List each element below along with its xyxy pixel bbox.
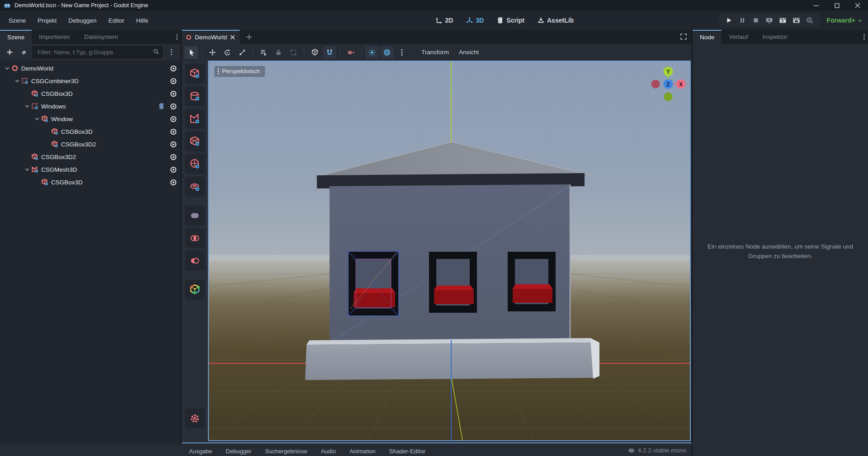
projection-dropdown[interactable]: Perspektivisch: [214, 66, 265, 77]
environment-tool-button[interactable]: [380, 46, 394, 59]
visibility-eye-icon[interactable]: [170, 153, 177, 161]
bottom-tab-suchergebnisse[interactable]: Suchergebnisse: [265, 448, 307, 455]
workspace-3d[interactable]: 3D: [462, 14, 488, 26]
csg-box-button[interactable]: [185, 64, 205, 84]
op-intersect-button[interactable]: [185, 228, 205, 248]
tree-options-icon[interactable]: [165, 47, 177, 58]
visibility-eye-icon[interactable]: [170, 65, 177, 72]
movie-maker-button[interactable]: [804, 15, 816, 26]
bottom-tab-debugger[interactable]: Debugger: [226, 448, 251, 455]
group-tool-button[interactable]: [287, 46, 300, 59]
tree-row-csgbox3d2[interactable]: CSGBox3D2: [0, 150, 181, 163]
left-dock-tab-dateisystem[interactable]: Dateisystem: [77, 30, 125, 44]
play-movie-button[interactable]: [777, 15, 789, 26]
visibility-eye-icon[interactable]: [170, 90, 177, 98]
pause-button[interactable]: [736, 15, 748, 26]
play-custom-scene-button[interactable]: [791, 15, 802, 26]
scene-filter-input[interactable]: [33, 46, 163, 58]
visibility-eye-icon[interactable]: [170, 128, 177, 136]
tree-row-window[interactable]: Window: [0, 113, 181, 125]
instance-scene-button[interactable]: [18, 47, 30, 58]
tree-row-csgbox3d[interactable]: CSGBox3D: [0, 87, 181, 100]
op-subtract-button[interactable]: [185, 251, 205, 271]
visibility-eye-icon[interactable]: [170, 103, 177, 110]
csg-cylinder-button[interactable]: [185, 86, 205, 106]
tree-row-csgcombiner3d[interactable]: CSGCombiner3D: [0, 75, 181, 87]
visibility-eye-icon[interactable]: [170, 166, 177, 174]
script-icon[interactable]: [158, 103, 165, 110]
viewport-menu-transform[interactable]: Transform: [416, 47, 454, 58]
add-node-button[interactable]: [4, 47, 15, 58]
magnet-tool-button[interactable]: [323, 46, 336, 59]
select-tool-button[interactable]: [184, 46, 198, 59]
tree-row-csgbox3d[interactable]: CSGBox3D: [0, 176, 181, 188]
camera-preview-tool-button[interactable]: [344, 46, 358, 59]
more-tool-button[interactable]: [395, 46, 409, 59]
list-select-tool-button[interactable]: [257, 46, 270, 59]
tree-row-windows[interactable]: Windows: [0, 100, 181, 113]
visibility-eye-icon[interactable]: [170, 141, 177, 148]
gizmo-neg-x[interactable]: [651, 80, 660, 89]
chevron-down-icon[interactable]: [5, 66, 10, 71]
right-dock-tab-verlauf[interactable]: Verlauf: [722, 30, 755, 44]
chevron-down-icon[interactable]: [34, 116, 40, 122]
visibility-eye-icon[interactable]: [170, 77, 177, 85]
sun-tool-button[interactable]: [365, 46, 379, 59]
new-scene-tab-button[interactable]: [240, 30, 259, 44]
close-button[interactable]: [847, 0, 868, 11]
bottom-tab-audio[interactable]: Audio: [321, 448, 336, 455]
3d-viewport[interactable]: Y X Z Perspektivisch: [208, 61, 691, 441]
gizmo-neg-y[interactable]: [664, 93, 673, 101]
toolbar-separator: [202, 47, 202, 57]
csg-torus-button[interactable]: [185, 177, 205, 197]
tree-row-csgbox3d[interactable]: CSGBox3D: [0, 125, 181, 138]
menu-editor[interactable]: Editor: [103, 14, 130, 27]
bottom-tab-animation[interactable]: Animation: [349, 448, 376, 455]
remote-debug-button[interactable]: [764, 15, 775, 26]
menu-debuggen[interactable]: Debuggen: [62, 14, 102, 27]
renderer-dropdown[interactable]: Forward+: [827, 17, 863, 24]
tree-row-csgmesh3d[interactable]: CSGMesh3D: [0, 163, 181, 176]
maximize-button[interactable]: [826, 0, 847, 11]
snap-object-tool-button[interactable]: [308, 46, 321, 59]
bottom-tab-shader-editor[interactable]: Shader-Editor: [389, 448, 425, 455]
scale-tool-button[interactable]: [236, 46, 249, 59]
version-label[interactable]: 4.2.2.stable.mono: [638, 447, 686, 454]
gridmap-button[interactable]: [185, 280, 205, 300]
expand-viewport-icon[interactable]: [680, 33, 687, 40]
left-dock-tab-szene[interactable]: Szene: [0, 30, 32, 44]
left-dock-tab-importieren[interactable]: Importieren: [32, 30, 77, 44]
viewport-menu-ansicht[interactable]: Ansicht: [454, 47, 484, 58]
left-dock-options-icon[interactable]: [176, 30, 178, 44]
menu-projekt[interactable]: Projekt: [32, 14, 62, 27]
visibility-eye-icon[interactable]: [170, 115, 177, 123]
csg-polygon-button[interactable]: [185, 109, 205, 129]
chevron-down-icon[interactable]: [24, 103, 30, 109]
move-tool-button[interactable]: [206, 46, 219, 59]
stop-button[interactable]: [750, 15, 762, 26]
bottom-tab-ausgabe[interactable]: Ausgabe: [189, 448, 212, 455]
settings-button[interactable]: [185, 409, 205, 428]
tree-row-csgbox3d2[interactable]: CSGBox3D2: [0, 138, 181, 150]
workspace-2d[interactable]: 2D: [431, 14, 458, 26]
tree-row-demoworld[interactable]: DemoWorld: [0, 62, 181, 75]
right-dock-tab-node[interactable]: Node: [693, 30, 722, 44]
right-dock-options-icon[interactable]: [863, 30, 865, 44]
lock-tool-button[interactable]: [272, 46, 285, 59]
play-button[interactable]: [723, 15, 735, 26]
workspace-script[interactable]: Script: [492, 14, 528, 26]
visibility-eye-icon[interactable]: [170, 179, 177, 186]
op-union-button[interactable]: [185, 206, 205, 226]
workspace-assetlib[interactable]: AssetLib: [533, 14, 578, 26]
minimize-button[interactable]: [806, 0, 826, 11]
chevron-down-icon[interactable]: [14, 78, 20, 84]
menu-szene[interactable]: Szene: [3, 14, 32, 27]
right-dock-tab-inspektor[interactable]: Inspektor: [755, 30, 795, 44]
scene-tab-demoworld[interactable]: DemoWorld: [182, 30, 240, 44]
rotate-tool-button[interactable]: [221, 46, 234, 59]
csg-sphere-button[interactable]: [185, 154, 205, 174]
menu-hilfe[interactable]: Hilfe: [130, 14, 154, 27]
chevron-down-icon[interactable]: [24, 167, 30, 172]
close-icon[interactable]: [230, 35, 235, 40]
csg-mesh-button[interactable]: [185, 132, 205, 151]
